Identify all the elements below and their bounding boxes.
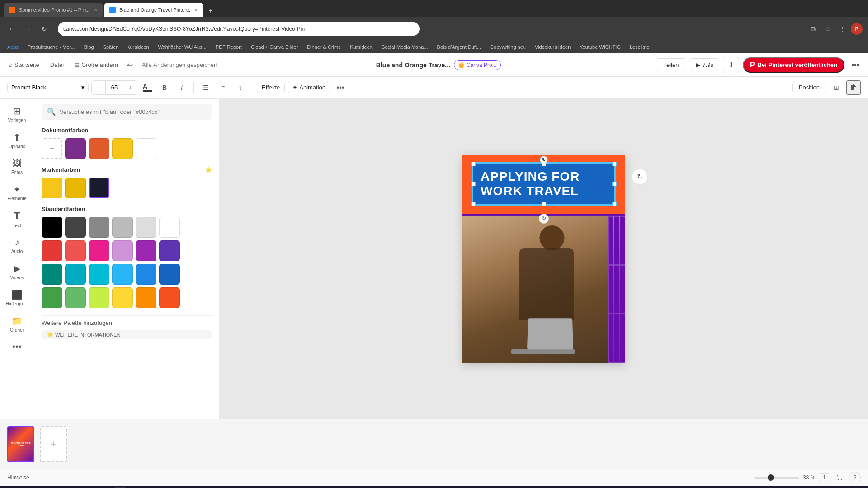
resize-handle-tr[interactable] bbox=[612, 162, 617, 166]
std-green-dark[interactable] bbox=[42, 287, 62, 308]
std-teal[interactable] bbox=[42, 264, 62, 285]
std-pink[interactable] bbox=[89, 240, 109, 261]
spacing-button[interactable]: ↕ bbox=[233, 80, 247, 95]
bookmark-dinner[interactable]: Dinner & Crime bbox=[303, 43, 344, 51]
canvas-area[interactable]: ‹ ↻ bbox=[220, 99, 868, 419]
sidebar-item-videos[interactable]: ▶ Videos bbox=[2, 259, 33, 284]
add-slide-button[interactable]: + bbox=[40, 426, 67, 462]
add-color-button[interactable]: + bbox=[42, 138, 62, 159]
font-size-input[interactable] bbox=[105, 81, 123, 94]
std-light-blue[interactable] bbox=[112, 264, 133, 285]
more-format-options[interactable]: ••• bbox=[333, 80, 348, 95]
bookmark-kursideen2[interactable]: Kursideen bbox=[346, 43, 376, 51]
bookmark-social[interactable]: Social Media Mana... bbox=[378, 43, 432, 51]
std-blue[interactable] bbox=[136, 264, 156, 285]
canvas-text-box[interactable]: ↻ APPLYING FOR W bbox=[472, 163, 615, 205]
tab1-close[interactable]: ✕ bbox=[94, 7, 98, 13]
tab-2[interactable]: Blue and Orange Travel Pintere... ✕ bbox=[104, 3, 203, 17]
sidebar-item-audio[interactable]: ♪ Audio bbox=[2, 234, 33, 258]
sidebar-item-hintergrund[interactable]: ⬛ Hintergru... bbox=[2, 286, 33, 310]
italic-button[interactable]: I bbox=[175, 80, 189, 95]
reload-button[interactable]: ↻ bbox=[38, 23, 51, 35]
std-cyan-dark[interactable] bbox=[65, 264, 86, 285]
doc-color-white[interactable] bbox=[136, 138, 156, 159]
brand-color-yellow2[interactable] bbox=[65, 178, 86, 198]
bookmark-youtube[interactable]: Youtube WICHTIG bbox=[576, 43, 624, 51]
resize-handle-bl[interactable] bbox=[471, 202, 476, 206]
font-selector[interactable]: Prompt Black ▾ bbox=[7, 82, 89, 93]
bookmark-cload[interactable]: Cload + Canva Bilder bbox=[247, 43, 302, 51]
std-dark-blue[interactable] bbox=[159, 264, 180, 285]
sidebar-item-fotos[interactable]: 🖼 Fotos bbox=[2, 155, 33, 178]
more-options-button[interactable]: ••• bbox=[848, 58, 863, 72]
forward-button[interactable]: → bbox=[22, 23, 34, 35]
new-tab-button[interactable]: + bbox=[204, 5, 217, 17]
std-black[interactable] bbox=[42, 217, 62, 238]
doc-color-yellow[interactable] bbox=[112, 138, 133, 159]
brand-color-black[interactable] bbox=[89, 178, 109, 198]
resize-handle-tm[interactable] bbox=[542, 162, 546, 166]
std-yellow[interactable] bbox=[112, 287, 133, 308]
sidebar-item-elemente[interactable]: ✦ Elemente bbox=[2, 180, 33, 205]
further-info-button[interactable]: ⭐ WEITERE INFORMATIONEN bbox=[42, 330, 212, 339]
refresh-button[interactable]: ↻ bbox=[632, 169, 648, 185]
std-white[interactable] bbox=[159, 217, 180, 238]
std-orange[interactable] bbox=[159, 287, 180, 308]
std-cyan[interactable] bbox=[89, 264, 109, 285]
bookmark-blog[interactable]: Blog bbox=[80, 43, 98, 51]
font-size-increase[interactable]: + bbox=[124, 81, 137, 94]
std-light-gray[interactable] bbox=[112, 217, 133, 238]
bold-button[interactable]: B bbox=[157, 80, 172, 95]
canvas-container[interactable]: ↻ APPLYING FOR W bbox=[462, 155, 625, 363]
bookmark-wahlfächer[interactable]: Wahlfächer WU Aus... bbox=[155, 43, 210, 51]
extensions-icon[interactable]: ⧉ bbox=[807, 23, 819, 35]
home-button[interactable]: ⌂ Startseite bbox=[5, 60, 43, 70]
sidebar-item-more[interactable]: ••• bbox=[2, 338, 33, 356]
sidebar-item-uploads[interactable]: ⬆ Uploads bbox=[2, 128, 33, 153]
std-lime[interactable] bbox=[89, 287, 109, 308]
delete-button[interactable]: 🗑 bbox=[846, 80, 861, 95]
back-button[interactable]: ← bbox=[5, 23, 18, 35]
bookmark-später[interactable]: Später bbox=[99, 43, 121, 51]
tab2-close[interactable]: ✕ bbox=[194, 7, 198, 13]
std-dark-gray[interactable] bbox=[65, 217, 86, 238]
color-search-box[interactable]: 🔍 bbox=[42, 104, 212, 120]
color-search-input[interactable] bbox=[60, 108, 207, 115]
bookmark-videokurs[interactable]: Videokurs Ideen bbox=[531, 43, 574, 51]
text-color-button[interactable]: A bbox=[140, 80, 155, 95]
fullscreen-button[interactable]: ⛶ bbox=[834, 472, 845, 483]
animation-button[interactable]: ✦ Animation bbox=[288, 82, 330, 93]
position-button[interactable]: Position bbox=[792, 82, 826, 93]
bookmark-leseliste[interactable]: Leseliste bbox=[626, 43, 653, 51]
bookmark-icon[interactable]: ☆ bbox=[822, 23, 834, 35]
resize-handle-mr[interactable] bbox=[612, 182, 617, 186]
effects-button[interactable]: Effekte bbox=[257, 82, 285, 93]
std-green[interactable] bbox=[65, 287, 86, 308]
help-button[interactable]: ? bbox=[849, 472, 861, 483]
profile-avatar[interactable]: P bbox=[851, 23, 863, 35]
brand-color-yellow1[interactable] bbox=[42, 178, 62, 198]
bookmark-produktsuche[interactable]: Produktsuche - Mer... bbox=[24, 43, 79, 51]
std-lighter-gray[interactable] bbox=[136, 217, 156, 238]
zoom-decrease-icon[interactable]: − bbox=[747, 474, 750, 481]
std-red[interactable] bbox=[42, 240, 62, 261]
tab-1[interactable]: Sommervideo Promo #1 – Pint... ✕ bbox=[4, 3, 103, 17]
bookmark-pdf[interactable]: PDF Report bbox=[212, 43, 245, 51]
play-button[interactable]: ▶ 7.9s bbox=[690, 58, 719, 71]
canvas-text-content[interactable]: APPLYING FOR WORK TRAVEL bbox=[481, 169, 607, 198]
font-size-decrease[interactable]: − bbox=[92, 81, 104, 94]
doc-color-orange[interactable] bbox=[89, 138, 109, 159]
std-deep-purple[interactable] bbox=[159, 240, 180, 261]
zoom-slider[interactable] bbox=[754, 477, 799, 479]
std-lavender[interactable] bbox=[112, 240, 133, 261]
publish-button[interactable]: P Bei Pinterest veröffentlichen bbox=[743, 57, 844, 73]
apps-bookmark[interactable]: Apps bbox=[4, 43, 22, 51]
address-bar[interactable]: canva.com/design/DAEdCcrYq0A/uDyXS5nlSSO… bbox=[58, 22, 420, 36]
resize-handle-br[interactable] bbox=[612, 202, 617, 206]
settings-icon[interactable]: ⋮ bbox=[836, 23, 848, 35]
undo-button[interactable]: ↩ bbox=[125, 59, 135, 71]
sidebar-item-ordner[interactable]: 📁 Ordner bbox=[2, 312, 33, 336]
doc-color-purple[interactable] bbox=[65, 138, 86, 159]
std-mid-gray[interactable] bbox=[89, 217, 109, 238]
slide-thumbnail-1[interactable]: APPLYING FOR WORK TRAVEL bbox=[7, 426, 34, 462]
